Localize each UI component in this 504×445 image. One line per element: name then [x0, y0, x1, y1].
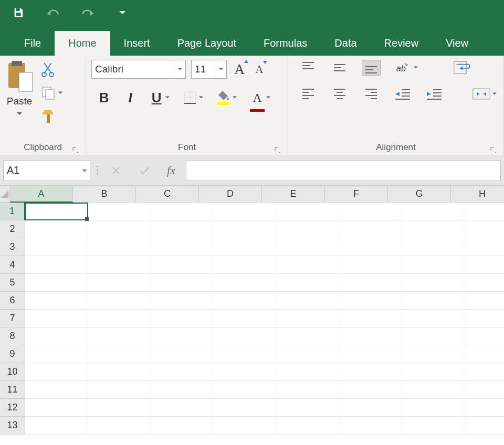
cell-A7[interactable] [25, 310, 88, 327]
cell-A11[interactable] [25, 381, 88, 399]
cell-A3[interactable] [25, 238, 88, 256]
font-color-button[interactable]: A [250, 89, 265, 106]
cell-A8[interactable] [25, 327, 88, 345]
column-header-F[interactable]: F [325, 186, 388, 203]
fill-color-dropdown[interactable] [231, 96, 238, 100]
cell-D11[interactable] [214, 381, 277, 399]
cell-E4[interactable] [277, 256, 340, 274]
fill-color-button[interactable] [216, 89, 231, 106]
cell-F6[interactable] [340, 292, 403, 310]
decrease-indent-button[interactable] [393, 86, 412, 102]
cell-G10[interactable] [403, 363, 466, 381]
cell-D5[interactable] [214, 274, 277, 292]
cell-B11[interactable] [88, 381, 151, 399]
column-header-B[interactable]: B [73, 186, 136, 203]
cell-F12[interactable] [340, 399, 403, 417]
cell-D13[interactable] [214, 417, 277, 435]
cell-H5[interactable] [466, 274, 504, 292]
customize-quick-access-button[interactable] [116, 6, 129, 19]
font-name-combo[interactable]: Calibri [91, 60, 186, 79]
copy-button[interactable] [41, 83, 63, 103]
cell-D10[interactable] [214, 363, 277, 381]
align-middle-button[interactable] [330, 60, 349, 76]
cell-C8[interactable] [151, 327, 214, 345]
column-header-G[interactable]: G [388, 186, 451, 203]
cell-E6[interactable] [277, 292, 340, 310]
cell-C10[interactable] [151, 363, 214, 381]
cell-H1[interactable] [466, 203, 504, 220]
cell-F11[interactable] [340, 381, 403, 399]
row-header-9[interactable]: 9 [0, 345, 25, 363]
align-right-button[interactable] [362, 86, 381, 102]
cell-B12[interactable] [88, 399, 151, 417]
align-bottom-button[interactable] [362, 60, 381, 76]
cell-D3[interactable] [214, 238, 277, 256]
cell-E12[interactable] [277, 399, 340, 417]
increase-font-size-button[interactable]: A [232, 61, 247, 78]
cell-D1[interactable] [214, 203, 277, 220]
cell-D7[interactable] [214, 310, 277, 327]
cell-B5[interactable] [88, 274, 151, 292]
cell-A6[interactable] [25, 292, 88, 310]
cell-C12[interactable] [151, 399, 214, 417]
decrease-font-size-button[interactable]: A [252, 61, 267, 78]
cell-E3[interactable] [277, 238, 340, 256]
cell-D6[interactable] [214, 292, 277, 310]
cell-C4[interactable] [151, 256, 214, 274]
paste-button[interactable] [5, 60, 34, 93]
cell-G6[interactable] [403, 292, 466, 310]
column-header-C[interactable]: C [136, 186, 199, 203]
row-header-4[interactable]: 4 [0, 256, 25, 274]
tab-data[interactable]: Data [321, 31, 370, 56]
alignment-dialog-launcher[interactable] [490, 146, 497, 153]
cell-C11[interactable] [151, 381, 214, 399]
cell-G12[interactable] [403, 399, 466, 417]
cell-F5[interactable] [340, 274, 403, 292]
clipboard-dialog-launcher[interactable] [72, 146, 79, 153]
column-header-H[interactable]: H [451, 186, 504, 203]
cell-C9[interactable] [151, 345, 214, 363]
undo-button[interactable] [46, 6, 60, 19]
cell-D9[interactable] [214, 345, 277, 363]
tab-file[interactable]: File [10, 31, 55, 56]
row-header-2[interactable]: 2 [0, 220, 25, 238]
cell-A1[interactable] [25, 203, 88, 220]
cell-B4[interactable] [88, 256, 151, 274]
cell-F13[interactable] [340, 417, 403, 435]
row-header-8[interactable]: 8 [0, 327, 25, 345]
cell-H11[interactable] [466, 381, 504, 399]
tab-insert[interactable]: Insert [110, 31, 164, 56]
cell-G4[interactable] [403, 256, 466, 274]
italic-button[interactable]: I [123, 89, 138, 106]
name-box[interactable]: A1 [3, 160, 90, 181]
cell-G1[interactable] [403, 203, 466, 220]
cell-G5[interactable] [403, 274, 466, 292]
cell-C7[interactable] [151, 310, 214, 327]
cell-A2[interactable] [25, 220, 88, 238]
insert-function-button[interactable]: fx [161, 164, 182, 177]
cell-B8[interactable] [88, 327, 151, 345]
bold-button[interactable]: B [97, 89, 111, 106]
row-header-1[interactable]: 1 [0, 203, 25, 220]
cell-F9[interactable] [340, 345, 403, 363]
cell-B6[interactable] [88, 292, 151, 310]
cell-H3[interactable] [466, 238, 504, 256]
merge-dropdown[interactable] [491, 92, 498, 96]
merge-center-button[interactable] [472, 86, 491, 102]
cell-D8[interactable] [214, 327, 277, 345]
align-left-button[interactable] [299, 86, 318, 102]
cell-D2[interactable] [214, 220, 277, 238]
cell-G8[interactable] [403, 327, 466, 345]
cell-G9[interactable] [403, 345, 466, 363]
column-header-A[interactable]: A [10, 186, 73, 203]
tab-home[interactable]: Home [55, 31, 110, 56]
underline-dropdown[interactable] [164, 96, 171, 100]
cell-F10[interactable] [340, 363, 403, 381]
cell-D12[interactable] [214, 399, 277, 417]
cell-B2[interactable] [88, 220, 151, 238]
underline-button[interactable]: U [149, 89, 164, 106]
cell-C5[interactable] [151, 274, 214, 292]
wrap-text-button[interactable] [453, 60, 472, 76]
font-color-dropdown[interactable] [265, 96, 272, 100]
cell-E5[interactable] [277, 274, 340, 292]
